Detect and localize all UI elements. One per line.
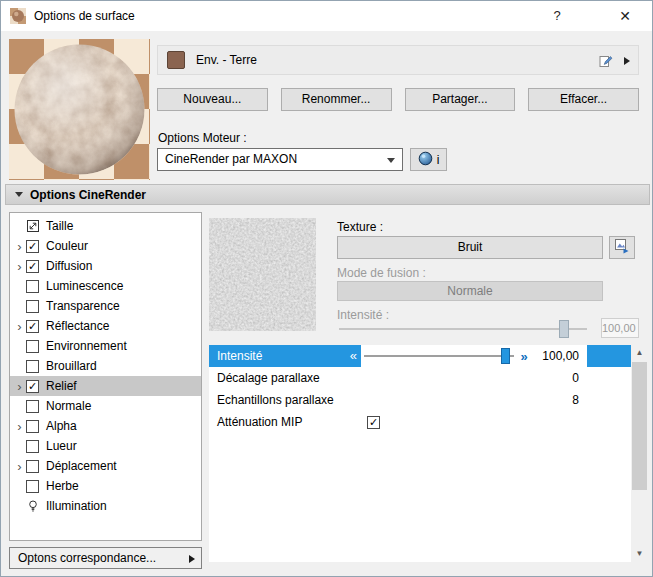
param-value[interactable]: 0 <box>531 371 587 385</box>
material-popup-arrow-icon[interactable] <box>624 57 630 65</box>
channel-label: Brouillard <box>46 359 97 373</box>
erase-button[interactable]: Effacer... <box>528 88 639 111</box>
channel-checkbox[interactable] <box>26 300 39 313</box>
expand-chevron-icon[interactable]: › <box>13 260 26 273</box>
section-title: Options CineRender <box>30 188 146 202</box>
channel-label: Couleur <box>46 239 88 253</box>
material-name: Env. - Terre <box>196 53 257 67</box>
engine-dropdown[interactable]: CineRender par MAXON <box>157 148 403 171</box>
param-row-attenuation-mip[interactable]: Atténuation MIP✓ <box>209 411 631 433</box>
texture-intensity-value: 100,00 <box>601 318 639 338</box>
material-swatch <box>167 51 185 69</box>
param-control-area: ✓ <box>361 411 531 433</box>
share-button[interactable]: Partager... <box>405 88 516 111</box>
param-row-tail <box>587 411 631 433</box>
window-icon <box>10 8 26 24</box>
channel-row-normale[interactable]: Normale <box>10 396 201 416</box>
info-label: i <box>437 153 440 167</box>
param-slider[interactable] <box>361 345 517 367</box>
channel-row-lueur[interactable]: Lueur <box>10 436 201 456</box>
expand-chevron-icon[interactable]: › <box>13 380 26 393</box>
channel-row-brouillard[interactable]: Brouillard <box>10 356 201 376</box>
channel-checkbox[interactable] <box>26 460 39 473</box>
channel-checkbox[interactable]: ✓ <box>26 380 39 393</box>
slider-track <box>364 355 514 357</box>
channel-label: Taille <box>46 219 73 233</box>
close-button[interactable]: ✕ <box>609 1 641 31</box>
channel-label: Lueur <box>46 439 77 453</box>
param-row-tail <box>587 367 631 389</box>
scrollbar-thumb[interactable] <box>632 362 647 490</box>
channel-checkbox[interactable]: ✓ <box>26 260 39 273</box>
channel-row-relief[interactable]: ›✓Relief <box>10 376 201 396</box>
slider-handle <box>559 320 569 338</box>
channel-label: Relief <box>46 379 77 393</box>
channel-row-luminescence[interactable]: Luminescence <box>10 276 201 296</box>
scrollbar-down-icon[interactable]: ▼ <box>631 546 648 562</box>
channel-row-environnement[interactable]: Environnement <box>10 336 201 356</box>
rename-button[interactable]: Renommer... <box>281 88 392 111</box>
channel-row-transparence[interactable]: Transparence <box>10 296 201 316</box>
collapse-arrow-icon[interactable] <box>15 192 23 197</box>
cinerender-info-button[interactable]: i <box>410 148 447 171</box>
match-options-label: Optons correspondance... <box>18 551 156 565</box>
channel-label: Transparence <box>46 299 120 313</box>
param-row-intensite[interactable]: Intensité«»100,00 <box>209 345 631 367</box>
channel-checkbox[interactable] <box>26 440 39 453</box>
slider-decrease-icon[interactable]: « <box>350 345 357 367</box>
channel-row-couleur[interactable]: ›✓Couleur <box>10 236 201 256</box>
channel-checkbox[interactable] <box>26 340 39 353</box>
slider-handle[interactable] <box>501 348 510 364</box>
channel-checkbox[interactable] <box>26 480 39 493</box>
help-button[interactable]: ? <box>541 1 573 31</box>
channel-checkbox[interactable]: ✓ <box>26 240 39 253</box>
channel-row-illumination[interactable]: Illumination <box>10 496 201 516</box>
channel-label: Réflectance <box>46 319 109 333</box>
material-edit-icon[interactable] <box>598 53 614 69</box>
slider-increase-icon[interactable]: » <box>517 349 531 364</box>
channel-row-diffusion[interactable]: ›✓Diffusion <box>10 256 201 276</box>
channel-checkbox[interactable] <box>26 280 39 293</box>
param-value[interactable]: 100,00 <box>531 349 587 363</box>
param-control-area: » <box>361 345 531 367</box>
dropdown-arrow-icon[interactable] <box>387 158 395 163</box>
expand-chevron-icon[interactable]: › <box>13 240 26 253</box>
channel-checkbox[interactable]: ✓ <box>26 320 39 333</box>
channel-row-reflectance[interactable]: ›✓Réflectance <box>10 316 201 336</box>
params-scrollbar[interactable]: ▲ ▼ <box>631 345 648 562</box>
expand-chevron-icon[interactable]: › <box>13 420 26 433</box>
titlebar: Options de surface ? ✕ <box>1 1 652 31</box>
action-buttons: Nouveau... Renommer... Partager... Effac… <box>157 88 639 111</box>
match-popup-arrow-icon <box>189 555 195 563</box>
channel-label: Déplacement <box>46 459 117 473</box>
param-checkbox[interactable]: ✓ <box>367 416 380 429</box>
texture-intensity-slider <box>337 319 589 339</box>
cinerender-section-header[interactable]: Options CineRender <box>5 184 650 205</box>
new-button[interactable]: Nouveau... <box>157 88 268 111</box>
param-value[interactable]: 8 <box>531 393 587 407</box>
surface-options-dialog: Options de surface ? ✕ <box>0 0 653 577</box>
param-row-decalage-parallaxe[interactable]: Décalage parallaxe0 <box>209 367 631 389</box>
channel-row-taille[interactable]: Taille <box>10 216 201 236</box>
channel-row-alpha[interactable]: ›Alpha <box>10 416 201 436</box>
channel-label: Normale <box>46 399 91 413</box>
param-row-echantillons-parallaxe[interactable]: Echantillons parallaxe8 <box>209 389 631 411</box>
channel-label: Herbe <box>46 479 79 493</box>
match-options-button[interactable]: Optons correspondance... <box>9 547 202 569</box>
channel-row-deplacement[interactable]: ›Déplacement <box>10 456 201 476</box>
size-icon <box>26 219 40 233</box>
fusion-mode-dropdown: Normale <box>337 281 603 301</box>
param-name: Intensité« <box>209 345 361 367</box>
texture-picker-button[interactable] <box>609 236 635 259</box>
window-title: Options de surface <box>34 9 135 23</box>
channel-row-herbe[interactable]: Herbe <box>10 476 201 496</box>
texture-type-button[interactable]: Bruit <box>337 236 603 259</box>
texture-picker-icon <box>614 238 630 257</box>
material-selector[interactable]: Env. - Terre <box>157 45 639 75</box>
expand-chevron-icon[interactable]: › <box>13 460 26 473</box>
channel-checkbox[interactable] <box>26 400 39 413</box>
expand-chevron-icon[interactable]: › <box>13 320 26 333</box>
channel-checkbox[interactable] <box>26 360 39 373</box>
scrollbar-up-icon[interactable]: ▲ <box>631 345 648 361</box>
channel-checkbox[interactable] <box>26 420 39 433</box>
